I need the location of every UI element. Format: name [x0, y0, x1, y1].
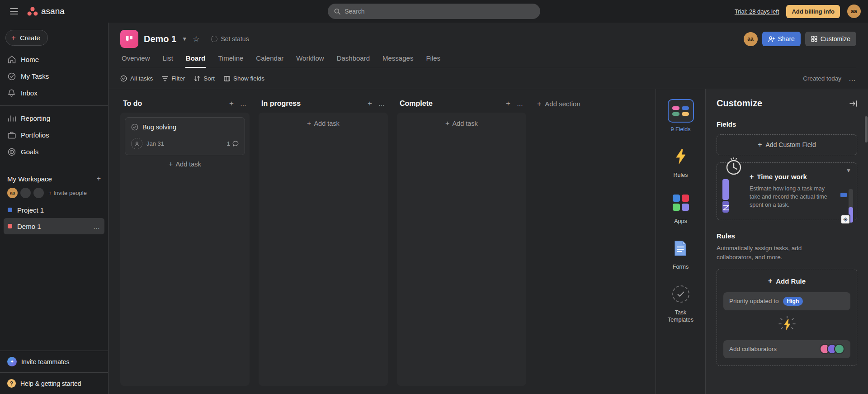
task-check-icon[interactable] — [131, 123, 138, 131]
column-options-icon[interactable]: … — [517, 99, 524, 108]
scrollbar-thumb[interactable] — [865, 116, 868, 142]
project-header: Demo 1 ▼ ☆ Set status aa Share Customize — [108, 23, 868, 68]
plus-icon: + — [537, 100, 541, 108]
project-icon[interactable] — [120, 30, 138, 48]
asana-logo[interactable]: asana — [27, 6, 65, 16]
add-task-icon[interactable]: + — [229, 99, 234, 108]
add-rule-button[interactable]: + Add Rule — [723, 277, 850, 285]
sidebar-item-reporting[interactable]: Reporting — [0, 110, 108, 127]
column-options-icon[interactable]: … — [240, 99, 247, 108]
rail-item-task-templates[interactable]: Task Templates — [665, 282, 697, 324]
time-tracking-suggestion-card[interactable]: ▼ ✳ — [717, 162, 857, 220]
plus-icon: + — [11, 34, 16, 42]
rules-description: Automatically assign tasks, add collabor… — [717, 244, 830, 261]
tab-files[interactable]: Files — [425, 54, 441, 68]
column-title[interactable]: Complete — [400, 100, 433, 108]
rail-item-rules[interactable]: Rules — [674, 145, 688, 179]
share-person-icon — [768, 36, 775, 42]
invite-people-link[interactable]: + Invite people — [48, 190, 87, 196]
add-task-button[interactable]: + Add task — [401, 117, 522, 130]
project-options-icon[interactable]: … — [93, 223, 100, 230]
chevron-down-icon[interactable]: ▼ — [846, 167, 851, 174]
fields-icon — [668, 99, 694, 123]
add-task-button[interactable]: + Add task — [263, 117, 383, 130]
all-tasks-filter-button[interactable]: All tasks — [120, 75, 153, 82]
star-icon[interactable]: ☆ — [193, 34, 199, 44]
create-button[interactable]: + Create — [5, 30, 48, 46]
column-options-icon[interactable]: … — [378, 99, 385, 108]
add-project-icon[interactable]: + — [97, 175, 101, 183]
customize-label: Customize — [821, 35, 850, 43]
project-member-avatar[interactable]: aa — [744, 32, 758, 46]
plus-icon: + — [445, 120, 449, 127]
create-button-label: Create — [20, 34, 40, 42]
chart-icon — [7, 115, 16, 122]
tab-list[interactable]: List — [162, 54, 174, 68]
tab-workflow[interactable]: Workflow — [296, 54, 324, 68]
collapse-panel-icon[interactable] — [849, 100, 857, 107]
trial-link[interactable]: Trial: 28 days left — [735, 8, 779, 15]
rules-section-heading: Rules — [717, 232, 857, 240]
add-task-button[interactable]: + Add task — [125, 155, 245, 171]
sidebar-item-project-1[interactable]: Project 1 — [4, 202, 104, 218]
tab-timeline[interactable]: Timeline — [217, 54, 244, 68]
member-avatar-placeholder[interactable] — [20, 188, 31, 198]
rule-trigger-label: Priority updated to — [729, 298, 779, 304]
help-button[interactable]: ? Help & getting started — [0, 372, 108, 394]
task-card[interactable]: Bug solving Jan 31 1 — [125, 117, 245, 155]
task-title: Bug solving — [142, 123, 176, 131]
rail-item-apps[interactable]: Apps — [673, 191, 689, 225]
asana-logo-text: asana — [41, 6, 65, 16]
add-custom-field-button[interactable]: + Add Custom Field — [717, 134, 857, 155]
invite-teammates-button[interactable]: ✦ Invite teammates — [0, 351, 108, 372]
sidebar-item-demo-1[interactable]: Demo 1 … — [4, 218, 104, 234]
board-options-icon[interactable]: … — [849, 75, 856, 83]
page-title: Demo 1 — [144, 34, 176, 44]
sidebar-item-inbox[interactable]: Inbox — [0, 85, 108, 101]
rule-action-row: Add collaborators — [723, 340, 850, 358]
tab-overview[interactable]: Overview — [121, 54, 151, 68]
rail-item-forms[interactable]: Forms — [673, 237, 689, 271]
column-title[interactable]: In progress — [261, 100, 301, 108]
sidebar-toggle-button[interactable] — [7, 5, 21, 18]
column-title[interactable]: To do — [123, 100, 142, 108]
user-avatar[interactable]: aa — [847, 5, 861, 18]
rule-trigger-row: Priority updated to High — [723, 292, 850, 310]
filter-button[interactable]: Filter — [162, 75, 185, 82]
set-status-button[interactable]: Set status — [211, 35, 249, 43]
tab-board[interactable]: Board — [185, 54, 206, 68]
help-label: Help & getting started — [20, 380, 81, 387]
search-input[interactable] — [344, 8, 534, 15]
sidebar-item-my-tasks[interactable]: My Tasks — [0, 68, 108, 85]
clock-illustration-icon — [724, 157, 743, 176]
sidebar-item-home[interactable]: Home — [0, 51, 108, 68]
show-fields-button[interactable]: Show fields — [224, 75, 264, 82]
assignee-placeholder-icon[interactable] — [131, 138, 142, 149]
sidebar-item-label: Portfolios — [21, 131, 49, 139]
add-task-icon[interactable]: + — [506, 99, 510, 108]
tab-dashboard[interactable]: Dashboard — [336, 54, 370, 68]
customize-button[interactable]: Customize — [805, 32, 856, 46]
member-avatar[interactable]: aa — [7, 188, 18, 198]
plus-icon: + — [169, 161, 173, 168]
rail-label: Task Templates — [665, 309, 697, 324]
add-section-button[interactable]: + Add section — [535, 97, 582, 110]
tab-calendar[interactable]: Calendar — [255, 54, 284, 68]
check-circle-icon — [120, 75, 127, 82]
add-rule-card[interactable]: + Add Rule Priority updated to High — [717, 269, 857, 366]
workspace-header[interactable]: My Workspace + — [0, 170, 108, 185]
sort-button[interactable]: Sort — [194, 75, 215, 82]
search-bar[interactable] — [328, 4, 540, 19]
tab-messages[interactable]: Messages — [382, 54, 414, 68]
workspace-title: My Workspace — [7, 175, 52, 183]
rail-item-fields[interactable]: 9 Fields — [668, 99, 694, 133]
share-button[interactable]: Share — [762, 32, 801, 46]
sidebar-item-portfolios[interactable]: Portfolios — [0, 127, 108, 143]
sidebar-item-goals[interactable]: Goals — [0, 143, 108, 160]
add-task-icon[interactable]: + — [368, 99, 372, 108]
member-avatar-placeholder[interactable] — [33, 188, 44, 198]
chevron-down-icon[interactable]: ▼ — [182, 36, 187, 42]
sidebar-item-label: Home — [21, 56, 39, 63]
add-billing-button[interactable]: Add billing info — [786, 5, 840, 18]
board-column-todo: To do + … Bug solving — [120, 97, 250, 386]
